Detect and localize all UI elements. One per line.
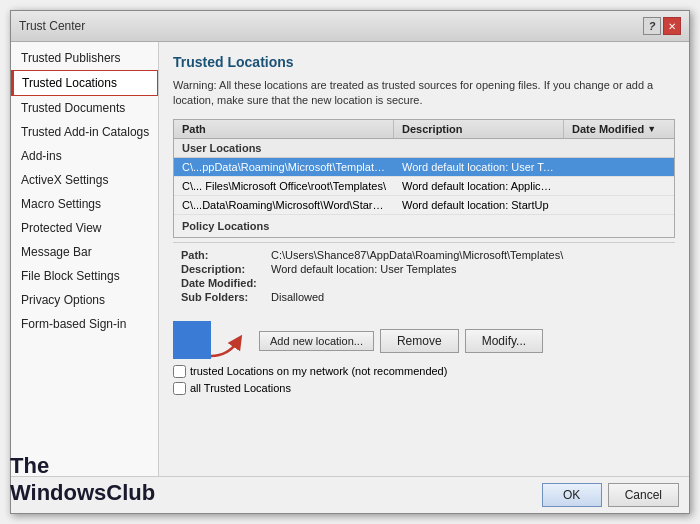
table-header: Path Description Date Modified ▼ bbox=[174, 120, 674, 139]
date-label: Date Modified: bbox=[181, 277, 271, 289]
sidebar: Trusted Publishers Trusted Locations Tru… bbox=[11, 42, 159, 476]
row1-path: C\...ppData\Roaming\Microsoft\Templates\ bbox=[174, 158, 394, 176]
subfolders-value: Disallowed bbox=[271, 291, 324, 303]
sidebar-item-form-signin[interactable]: Form-based Sign-in bbox=[11, 312, 158, 336]
ok-button[interactable]: OK bbox=[542, 483, 602, 507]
close-button[interactable]: ✕ bbox=[663, 17, 681, 35]
modify-button[interactable]: Modify... bbox=[465, 329, 543, 353]
col-header-path: Path bbox=[174, 120, 394, 138]
sidebar-item-activex[interactable]: ActiveX Settings bbox=[11, 168, 158, 192]
network-checkbox-row: trusted Locations on my network (not rec… bbox=[173, 365, 675, 378]
sidebar-item-protected-view[interactable]: Protected View bbox=[11, 216, 158, 240]
sidebar-item-trusted-documents[interactable]: Trusted Documents bbox=[11, 96, 158, 120]
dialog-footer: OK Cancel bbox=[11, 476, 689, 513]
arrow-svg bbox=[173, 321, 253, 361]
row2-date bbox=[564, 177, 674, 195]
locations-table: Path Description Date Modified ▼ User Lo… bbox=[173, 119, 675, 238]
row3-desc: Word default location: StartUp bbox=[394, 196, 564, 214]
detail-desc-row: Description: Word default location: User… bbox=[181, 263, 667, 275]
details-panel: Path: C:\Users\Shance87\AppData\Roaming\… bbox=[173, 242, 675, 311]
disable-checkbox-label: all Trusted Locations bbox=[190, 382, 291, 394]
row3-path: C\...Data\Roaming\Microsoft\Word\Startup… bbox=[174, 196, 394, 214]
disable-checkbox-row: all Trusted Locations bbox=[173, 382, 675, 395]
sidebar-item-trusted-addins[interactable]: Trusted Add-in Catalogs bbox=[11, 120, 158, 144]
row2-desc: Word default location: Application Templ… bbox=[394, 177, 564, 195]
add-new-location-button[interactable]: Add new location... bbox=[259, 331, 374, 351]
disable-all-checkbox[interactable] bbox=[173, 382, 186, 395]
cancel-button[interactable]: Cancel bbox=[608, 483, 679, 507]
network-checkbox[interactable] bbox=[173, 365, 186, 378]
section-title: Trusted Locations bbox=[173, 54, 675, 70]
remove-button[interactable]: Remove bbox=[380, 329, 459, 353]
row3-date bbox=[564, 196, 674, 214]
table-row[interactable]: C\... Files\Microsoft Office\root\Templa… bbox=[174, 177, 674, 196]
path-label: Path: bbox=[181, 249, 271, 261]
table-row[interactable]: C\...ppData\Roaming\Microsoft\Templates\… bbox=[174, 158, 674, 177]
detail-date-row: Date Modified: bbox=[181, 277, 667, 289]
sort-arrow-icon: ▼ bbox=[647, 124, 656, 134]
title-controls: ? ✕ bbox=[643, 17, 681, 35]
user-locations-label: User Locations bbox=[174, 139, 674, 158]
col-header-description: Description bbox=[394, 120, 564, 138]
dialog-title: Trust Center bbox=[19, 19, 85, 33]
bottom-section: Add new location... Remove Modify... tru… bbox=[173, 317, 675, 395]
description-value: Word default location: User Templates bbox=[271, 263, 456, 275]
network-checkbox-label: trusted Locations on my network (not rec… bbox=[190, 365, 447, 377]
path-value: C:\Users\Shance87\AppData\Roaming\Micros… bbox=[271, 249, 563, 261]
main-content: Trusted Locations Warning: All these loc… bbox=[159, 42, 689, 476]
col-header-date[interactable]: Date Modified ▼ bbox=[564, 120, 674, 138]
sidebar-item-addins[interactable]: Add-ins bbox=[11, 144, 158, 168]
warning-text: Warning: All these locations are treated… bbox=[173, 78, 675, 109]
row1-desc: Word default location: User Templates bbox=[394, 158, 564, 176]
sidebar-item-message-bar[interactable]: Message Bar bbox=[11, 240, 158, 264]
sidebar-item-privacy[interactable]: Privacy Options bbox=[11, 288, 158, 312]
action-buttons: Add new location... Remove Modify... bbox=[173, 321, 675, 361]
sidebar-item-trusted-locations[interactable]: Trusted Locations bbox=[11, 70, 158, 96]
row1-date bbox=[564, 158, 674, 176]
sidebar-item-trusted-publishers[interactable]: Trusted Publishers bbox=[11, 46, 158, 70]
table-row[interactable]: C\...Data\Roaming\Microsoft\Word\Startup… bbox=[174, 196, 674, 215]
arrow-indicator bbox=[173, 321, 253, 361]
policy-locations-label: Policy Locations bbox=[174, 215, 674, 237]
title-bar: Trust Center ? ✕ bbox=[11, 11, 689, 42]
description-label: Description: bbox=[181, 263, 271, 275]
subfolders-label: Sub Folders: bbox=[181, 291, 271, 303]
row2-path: C\... Files\Microsoft Office\root\Templa… bbox=[174, 177, 394, 195]
dialog-body: Trusted Publishers Trusted Locations Tru… bbox=[11, 42, 689, 476]
detail-path-row: Path: C:\Users\Shance87\AppData\Roaming\… bbox=[181, 249, 667, 261]
sidebar-item-file-block[interactable]: File Block Settings bbox=[11, 264, 158, 288]
sidebar-item-macro[interactable]: Macro Settings bbox=[11, 192, 158, 216]
help-button[interactable]: ? bbox=[643, 17, 661, 35]
trust-center-dialog: Trust Center ? ✕ Trusted Publishers Trus… bbox=[10, 10, 690, 514]
detail-subfolders-row: Sub Folders: Disallowed bbox=[181, 291, 667, 303]
